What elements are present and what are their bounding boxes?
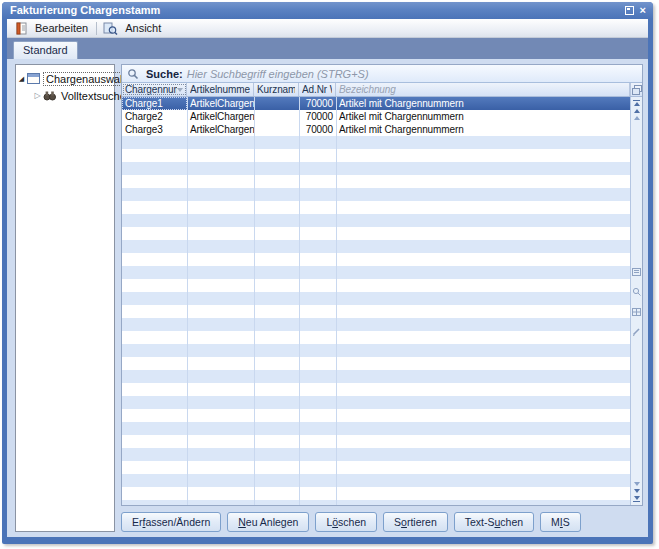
list-container: Suche: Hier Suchbegriff eingeben (STRG+S… <box>121 64 643 506</box>
grid-header-row: Chargennummer Artikelnummer Kurzname Ad.… <box>122 83 642 97</box>
ansicht-button[interactable]: Ansicht <box>99 21 167 36</box>
sort-indicator-icon <box>177 88 183 95</box>
column-header-artikelnummer[interactable]: Artikelnummer <box>187 83 254 96</box>
main-toolbar: Bearbeiten Ansicht <box>7 19 648 38</box>
form-window-icon <box>27 73 40 84</box>
table-row[interactable]: Charge2 ArtikelChargennumme 70000 Artike… <box>122 110 630 123</box>
tree-expanded-icon[interactable]: ◢ <box>16 75 27 83</box>
navigation-tree: ◢ Chargenauswahl ▷ Volltextsuche <box>15 64 115 532</box>
erfassen-aendern-button[interactable]: Erfassen/Ändern <box>121 512 221 532</box>
tab-strip: Standard <box>7 38 648 59</box>
tree-item-chargenauswahl-label: Chargenauswahl <box>43 72 132 86</box>
loeschen-button[interactable]: Löschen <box>315 512 377 532</box>
window-frame: Bearbeiten Ansicht Standard ◢ <box>7 19 648 537</box>
neu-anlegen-button[interactable]: Neu Anlegen <box>227 512 309 532</box>
column-chooser-icon[interactable] <box>630 83 642 96</box>
scroll-top-buttons <box>633 100 640 120</box>
tab-standard-label: Standard <box>23 44 68 56</box>
scroll-page-down-icon[interactable] <box>634 482 640 486</box>
scroll-bottom-buttons <box>633 482 640 502</box>
tree-collapsed-icon[interactable]: ▷ <box>32 91 43 100</box>
search-label: Suche: <box>146 68 183 80</box>
tree-item-volltextsuche-label: Volltextsuche <box>59 90 128 102</box>
scroll-up-icon[interactable] <box>634 109 640 113</box>
column-header-kurzname[interactable]: Kurzname <box>254 83 299 96</box>
toolbar-separator <box>96 22 97 35</box>
scroll-page-up-icon[interactable] <box>634 116 640 120</box>
row-list-icon[interactable] <box>632 262 641 280</box>
mis-button[interactable]: MIS <box>540 512 581 532</box>
scroll-down-icon[interactable] <box>634 489 640 493</box>
footer-buttons: Erfassen/Ändern Neu Anlegen Löschen Sort… <box>121 512 643 532</box>
table-row[interactable]: Charge3 ArtikelChargennumme 70000 Artike… <box>122 123 630 136</box>
tree-item-chargenauswahl[interactable]: ◢ Chargenauswahl <box>16 70 114 87</box>
binoculars-icon <box>43 90 56 101</box>
ansicht-label: Ansicht <box>125 22 161 34</box>
search-input[interactable]: Suche: Hier Suchbegriff eingeben (STRG+S… <box>122 65 642 83</box>
grid-rows: Charge1 ArtikelChargennumme 70000 Artike… <box>122 97 630 505</box>
zoom-magnifier-icon[interactable] <box>632 282 641 300</box>
column-header-bezeichnung[interactable]: Bezeichnung <box>336 83 630 96</box>
content-area: ◢ Chargenauswahl ▷ Volltextsuche <box>7 59 648 537</box>
data-grid: Chargennummer Artikelnummer Kurzname Ad.… <box>122 83 642 505</box>
search-icon <box>127 68 139 80</box>
grid-scrollbar[interactable] <box>630 97 642 505</box>
view-magnifier-icon <box>103 22 118 35</box>
table-row[interactable]: Charge1 ArtikelChargennumme 70000 Artike… <box>122 97 630 110</box>
grid-body-area: Charge1 ArtikelChargennumme 70000 Artike… <box>122 97 642 505</box>
restore-icon[interactable] <box>625 6 634 15</box>
title-bar[interactable]: Fakturierung Chargenstamm × <box>2 2 653 19</box>
edit-pencil-icon[interactable] <box>632 322 641 340</box>
close-icon[interactable]: × <box>640 6 646 15</box>
sortieren-button[interactable]: Sortieren <box>383 512 448 532</box>
search-placeholder: Hier Suchbegriff eingeben (STRG+S) <box>187 68 369 80</box>
window-title: Fakturierung Chargenstamm <box>10 4 625 16</box>
app-window: Fakturierung Chargenstamm × Bearbeiten A… <box>2 2 653 544</box>
tab-standard[interactable]: Standard <box>13 41 78 59</box>
column-header-chargennummer[interactable]: Chargennummer <box>122 83 187 96</box>
empty-rows-area <box>122 136 630 505</box>
scroll-first-row-icon[interactable] <box>633 100 640 106</box>
bearbeiten-label: Bearbeiten <box>35 22 88 34</box>
column-header-adnrwe[interactable]: Ad.Nr WE <box>299 83 336 96</box>
grid-view-icon[interactable] <box>632 302 641 320</box>
text-suchen-button[interactable]: Text-Suchen <box>454 512 534 532</box>
edit-notebook-icon <box>14 22 28 35</box>
tree-item-volltextsuche[interactable]: ▷ Volltextsuche <box>16 87 114 104</box>
grid-panel: Suche: Hier Suchbegriff eingeben (STRG+S… <box>121 64 643 532</box>
scroll-last-row-icon[interactable] <box>633 496 640 502</box>
scroll-tool-buttons <box>632 262 641 340</box>
bearbeiten-button[interactable]: Bearbeiten <box>10 21 94 36</box>
